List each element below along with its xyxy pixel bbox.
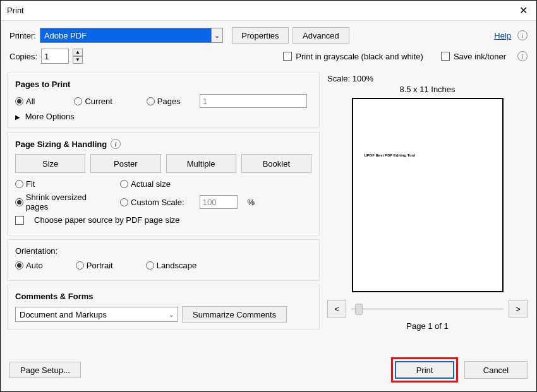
page-sizing-section: Page Sizing & Handling i Size Poster Mul… (7, 132, 320, 235)
preview-panel: Scale: 100% 8.5 x 11 Inches UPDF Best PD… (320, 69, 536, 351)
triangle-right-icon: ▶ (15, 114, 20, 121)
copies-label: Copies: (9, 52, 37, 61)
radio-auto[interactable]: Auto (15, 261, 43, 270)
printer-label: Printer: (9, 31, 36, 40)
advanced-button[interactable]: Advanced (293, 27, 349, 44)
size-tab[interactable]: Size (15, 154, 85, 173)
prev-page-button[interactable]: < (327, 300, 346, 318)
more-options-toggle[interactable]: ▶ More Options (15, 112, 311, 121)
paper-source-checkbox[interactable] (15, 216, 24, 225)
properties-button[interactable]: Properties (232, 27, 289, 44)
help-link[interactable]: Help (494, 31, 511, 40)
radio-pages[interactable]: Pages (147, 97, 181, 106)
printer-value: Adobe PDF (44, 31, 87, 40)
radio-fit[interactable]: Fit (15, 179, 110, 189)
page-slider[interactable] (351, 308, 504, 310)
titlebar: Print ✕ (1, 1, 536, 21)
dialog-title: Print (7, 6, 24, 15)
paper-source-label: Choose paper source by PDF page size (34, 215, 180, 225)
chevron-down-icon: ⌄ (211, 28, 222, 42)
preview-doc-text: UPDF Best PDF Editing Tool (365, 153, 416, 157)
copies-spinner[interactable]: ▲ ▼ (73, 49, 83, 64)
info-icon[interactable]: i (517, 30, 528, 40)
radio-landscape[interactable]: Landscape (146, 261, 197, 270)
comments-section: Comments & Forms Document and Markups ⌄ … (7, 285, 320, 330)
info-icon[interactable]: i (111, 139, 121, 149)
close-icon[interactable]: ✕ (517, 4, 530, 16)
grayscale-checkbox[interactable] (283, 52, 292, 61)
scale-label: Scale: 100% (327, 74, 528, 83)
orientation-section: Orientation: Auto Portrait Landscape (7, 239, 320, 281)
grayscale-label: Print in grayscale (black and white) (296, 52, 423, 61)
bottom-bar: Page Setup... Print Cancel (1, 351, 536, 391)
poster-tab[interactable]: Poster (90, 154, 160, 173)
print-highlight-annotation: Print (391, 357, 458, 383)
orientation-title: Orientation: (15, 246, 311, 256)
dims-label: 8.5 x 11 Inches (327, 85, 528, 94)
comments-title: Comments & Forms (15, 292, 311, 301)
radio-shrink[interactable]: Shrink oversized pages (15, 193, 110, 211)
pages-input[interactable] (200, 94, 307, 108)
multiple-tab[interactable]: Multiple (166, 154, 236, 173)
saveink-checkbox[interactable] (441, 52, 450, 61)
page-setup-button[interactable]: Page Setup... (9, 362, 81, 378)
saveink-label: Save ink/toner (454, 52, 506, 61)
radio-custom-scale[interactable]: Custom Scale: (120, 198, 184, 207)
radio-portrait[interactable]: Portrait (76, 261, 113, 270)
pages-title: Pages to Print (15, 80, 311, 89)
preview-page: UPDF Best PDF Editing Tool (352, 98, 504, 292)
info-icon[interactable]: i (517, 51, 528, 61)
printer-dropdown[interactable]: Adobe PDF ⌄ (40, 28, 223, 43)
chevron-down-icon: ⌄ (169, 311, 174, 318)
spinner-down-icon[interactable]: ▼ (73, 56, 83, 64)
print-button[interactable]: Print (395, 361, 454, 379)
summarize-button[interactable]: Summarize Comments (182, 306, 287, 323)
radio-actual[interactable]: Actual size (120, 179, 171, 189)
comments-dropdown[interactable]: Document and Markups ⌄ (15, 307, 178, 322)
sizing-title: Page Sizing & Handling (15, 140, 107, 149)
slider-thumb[interactable] (355, 304, 363, 315)
custom-scale-input[interactable] (200, 195, 238, 209)
print-dialog: Print ✕ Printer: Adobe PDF ⌄ Properties … (0, 0, 537, 392)
next-page-button[interactable]: > (509, 300, 528, 318)
copies-input[interactable] (41, 49, 69, 64)
cancel-button[interactable]: Cancel (464, 361, 528, 379)
radio-current[interactable]: Current (74, 97, 112, 106)
page-indicator: Page 1 of 1 (327, 321, 528, 331)
booklet-tab[interactable]: Booklet (241, 154, 311, 173)
spinner-up-icon[interactable]: ▲ (73, 49, 83, 56)
radio-all[interactable]: All (15, 97, 35, 106)
pages-to-print-section: Pages to Print All Current Pages ▶ More … (7, 73, 320, 128)
